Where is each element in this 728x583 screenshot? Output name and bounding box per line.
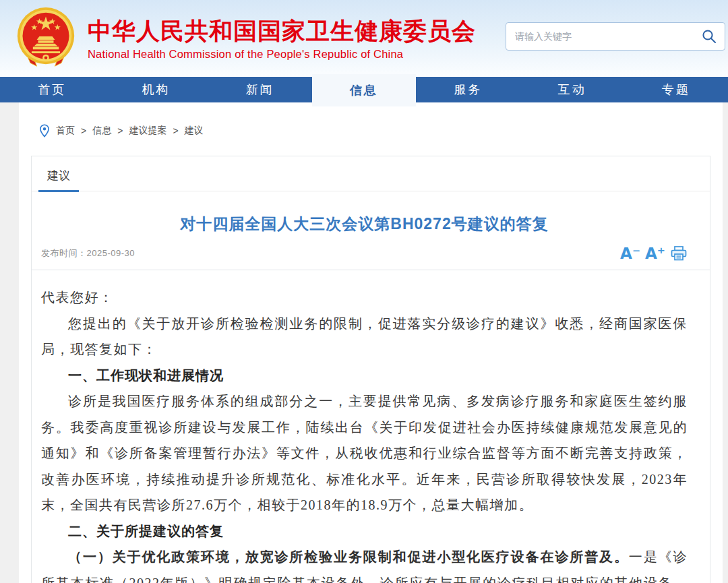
article-section-heading: 二、关于所提建议的答复 (41, 518, 688, 545)
nav-item-topics[interactable]: 专题 (624, 77, 728, 102)
article-tools: A⁻ A⁺ (620, 245, 688, 262)
nav-item-information[interactable]: 信息 (312, 74, 416, 106)
search-input[interactable] (506, 22, 725, 51)
location-pin-icon (39, 124, 50, 137)
site-header: 中华人民共和国国家卫生健康委员会 National Health Commiss… (0, 0, 728, 77)
nav-item-services[interactable]: 服务 (416, 77, 520, 102)
content-card: 建议 对十四届全国人大三次会议第BH0272号建议的答复 发布时间：2025-0… (31, 156, 710, 583)
article-paragraph: 诊所是我国医疗服务体系的组成部分之一，主要提供常见病、多发病诊疗服务和家庭医生签… (41, 388, 688, 518)
article-meta-row: 发布时间：2025-09-30 A⁻ A⁺ (41, 245, 688, 262)
tab-suggestions[interactable]: 建议 (38, 156, 79, 191)
main-content-area: 首页>信息>建议提案>建议 建议 对十四届全国人大三次会议第BH0272号建议的… (19, 102, 723, 583)
breadcrumb-separator: > (81, 125, 86, 136)
nav-item-interaction[interactable]: 互动 (520, 77, 624, 102)
paragraph-lead: （一）关于优化政策环境，放宽诊所检验业务限制和促进小型化医疗设备在诊所普及。 (68, 549, 629, 564)
nav-item-news[interactable]: 新闻 (208, 77, 312, 102)
publish-date: 2025-09-30 (87, 248, 135, 258)
breadcrumb-home[interactable]: 首页 (56, 125, 75, 137)
publish-time: 发布时间：2025-09-30 (41, 247, 135, 259)
breadcrumb: 首页>信息>建议提案>建议 (19, 102, 723, 137)
breadcrumb-separator: > (117, 125, 123, 136)
article-paragraph: （一）关于优化政策环境，放宽诊所检验业务限制和促进小型化医疗设备在诊所普及。一是… (41, 544, 688, 583)
main-nav: 首页 机构 新闻 信息 服务 互动 专题 (0, 77, 728, 102)
article-paragraph: 代表您好： (41, 284, 688, 311)
site-titles: 中华人民共和国国家卫生健康委员会 National Health Commiss… (88, 16, 476, 61)
article-body: 代表您好： 您提出的《关于放开诊所检验检测业务的限制，促进落实分级诊疗的建议》收… (41, 284, 688, 583)
search-icon[interactable] (701, 28, 717, 44)
printer-icon[interactable] (670, 245, 688, 262)
breadcrumb-proposals[interactable]: 建议提案 (129, 125, 166, 137)
article-title: 对十四届全国人大三次会议第BH0272号建议的答复 (41, 214, 688, 235)
article-paragraph: 您提出的《关于放开诊所检验检测业务的限制，促进落实分级诊疗的建议》收悉，经商国家… (41, 311, 688, 363)
article-section-heading: 一、工作现状和进展情况 (41, 363, 688, 389)
site-subtitle-en: National Health Commission of the People… (88, 48, 476, 61)
nav-item-home[interactable]: 首页 (0, 77, 104, 102)
nav-item-organization[interactable]: 机构 (104, 77, 208, 102)
breadcrumb-separator: > (173, 125, 178, 136)
font-decrease-button[interactable]: A⁻ (620, 246, 640, 262)
breadcrumb-information[interactable]: 信息 (92, 125, 111, 137)
search-box (506, 22, 725, 51)
breadcrumb-suggestions[interactable]: 建议 (185, 125, 204, 137)
site-brand: 中华人民共和国国家卫生健康委员会 National Health Commiss… (15, 6, 476, 71)
font-increase-button[interactable]: A⁺ (645, 246, 665, 262)
tab-row: 建议 (32, 156, 710, 191)
china-national-emblem-logo (15, 6, 77, 71)
site-title: 中华人民共和国国家卫生健康委员会 (88, 16, 476, 46)
meta-separator (32, 270, 710, 270)
article: 对十四届全国人大三次会议第BH0272号建议的答复 发布时间：2025-09-3… (32, 214, 710, 583)
publish-time-label: 发布时间： (41, 248, 87, 258)
